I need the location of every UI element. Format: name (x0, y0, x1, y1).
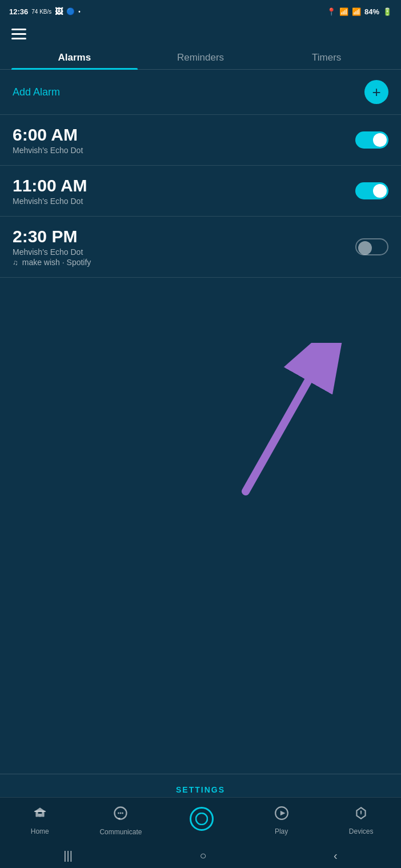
tabs-bar: Alarms Reminders Timers (0, 45, 401, 70)
nav-label-communicate: Communicate (99, 828, 142, 836)
tab-reminders[interactable]: Reminders (138, 45, 264, 69)
add-alarm-label[interactable]: Add Alarm (13, 86, 60, 98)
system-home-button[interactable]: ○ (199, 849, 206, 862)
svg-point-15 (360, 813, 362, 814)
nav-item-communicate[interactable]: Communicate (99, 805, 142, 836)
alarm-time-2: 11:00 AM (13, 176, 87, 195)
alarm-info-1: 6:00 AM Mehvish's Echo Dot (13, 125, 83, 155)
toggle-knob-2 (373, 184, 387, 198)
nav-item-home[interactable]: Home (20, 806, 60, 835)
battery-icon: 🔋 (383, 7, 392, 16)
status-time: 12:36 (9, 7, 28, 16)
status-left: 12:36 74 KB/s 🖼 🔵 • (9, 7, 81, 16)
alarm-device-1: Mehvish's Echo Dot (13, 146, 83, 155)
system-recents-button[interactable]: ||| (63, 849, 73, 862)
svg-point-9 (120, 812, 122, 814)
menu-button[interactable] (11, 29, 26, 39)
tab-alarms[interactable]: Alarms (11, 45, 138, 69)
svg-rect-5 (38, 814, 42, 817)
toggle-knob-3 (358, 241, 372, 255)
alarm-toggle-3[interactable] (355, 238, 388, 255)
alarm-device-2: Mehvish's Echo Dot (13, 197, 87, 206)
alarm-time-3: 2:30 PM (13, 227, 91, 246)
svg-point-11 (196, 813, 207, 825)
nav-item-alexa[interactable] (182, 807, 222, 834)
wifi-icon: 📶 (339, 7, 348, 16)
devices-icon (354, 806, 368, 825)
svg-marker-13 (280, 810, 285, 815)
battery-text: 84% (364, 7, 379, 16)
nav-item-devices[interactable]: Devices (341, 806, 381, 835)
alarm-item-2[interactable]: 11:00 AM Mehvish's Echo Dot (0, 166, 401, 217)
status-right: 📍 📶 📶 84% 🔋 (327, 7, 392, 16)
nav-label-play: Play (275, 827, 288, 835)
location-icon: 📍 (327, 7, 336, 16)
svg-rect-3 (35, 811, 38, 817)
notification-icon: 🔵 (66, 7, 75, 15)
system-nav: ||| ○ ‹ (0, 843, 401, 868)
add-alarm-row[interactable]: Add Alarm + (0, 70, 401, 115)
toggle-knob-1 (373, 133, 387, 147)
alarm-device-3: Mehvish's Echo Dot (13, 247, 91, 257)
nav-item-play[interactable]: Play (262, 806, 302, 835)
svg-point-8 (118, 812, 120, 814)
alarm-item-1[interactable]: 6:00 AM Mehvish's Echo Dot (0, 115, 401, 166)
alarm-item-3[interactable]: 2:30 PM Mehvish's Echo Dot make wish · S… (0, 217, 401, 278)
alarm-info-2: 11:00 AM Mehvish's Echo Dot (13, 176, 87, 206)
dot-icon: • (78, 9, 81, 15)
hamburger-line-2 (11, 33, 26, 35)
gallery-icon: 🖼 (55, 7, 63, 16)
svg-point-10 (122, 812, 124, 814)
alarm-info-3: 2:30 PM Mehvish's Echo Dot make wish · S… (13, 227, 91, 267)
alarm-song-3: make wish · Spotify (13, 258, 91, 267)
play-icon (274, 806, 289, 825)
annotation-arrow (189, 343, 348, 503)
alarm-toggle-1[interactable] (355, 131, 388, 149)
svg-line-1 (246, 360, 320, 491)
chat-icon (113, 805, 129, 825)
nav-label-devices: Devices (349, 827, 374, 835)
svg-rect-4 (42, 811, 44, 817)
alexa-icon (190, 807, 214, 831)
home-icon (33, 806, 47, 825)
music-note-icon (13, 258, 19, 267)
tab-timers[interactable]: Timers (263, 45, 390, 69)
svg-marker-6 (34, 807, 46, 812)
add-alarm-button[interactable]: + (364, 80, 388, 104)
alarm-toggle-2[interactable] (355, 182, 388, 199)
header (0, 21, 401, 45)
nav-label-home: Home (31, 827, 49, 835)
hamburger-line-3 (11, 38, 26, 39)
status-bar: 12:36 74 KB/s 🖼 🔵 • 📍 📶 📶 84% 🔋 (0, 0, 401, 21)
signal-icon: 📶 (352, 7, 361, 16)
status-speed: 74 KB/s (31, 9, 51, 15)
alarm-time-1: 6:00 AM (13, 125, 83, 144)
bottom-nav: Home Communicate (0, 797, 401, 843)
hamburger-line-1 (11, 29, 26, 30)
settings-label[interactable]: SETTINGS (176, 785, 225, 794)
system-back-button[interactable]: ‹ (334, 849, 338, 862)
